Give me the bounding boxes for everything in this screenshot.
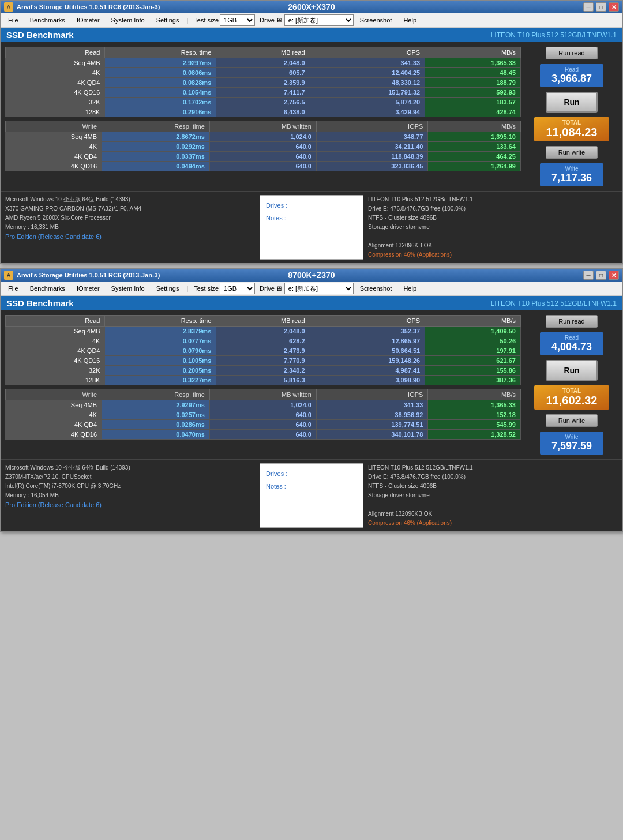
drives-label: Drives : xyxy=(266,199,357,212)
write-header-0: Write xyxy=(6,121,102,132)
menu-screenshot[interactable]: Screenshot xyxy=(355,15,397,25)
table-row: 4K QD4 0.0286ms 640.0 139,774.51 545.99 xyxy=(6,420,521,430)
info-system: Microsoft Windows 10 企业版 64位 Build (1439… xyxy=(5,195,255,260)
menu-iometer[interactable]: IOmeter xyxy=(72,15,105,25)
mbs-val: 464.25 xyxy=(428,152,521,162)
run-button[interactable]: Run xyxy=(546,92,598,112)
menu-benchmarks[interactable]: Benchmarks xyxy=(25,283,70,294)
table-row: 4K 0.0257ms 640.0 38,956.92 152.18 xyxy=(6,410,521,420)
row-label: 4K QD16 xyxy=(6,430,102,440)
read-header-3: IOPS xyxy=(310,47,425,58)
minimize-button[interactable]: ─ xyxy=(583,271,594,280)
resp-time: 2.9297ms xyxy=(102,400,210,410)
mb-val: 640.0 xyxy=(209,162,316,171)
read-score-value: 4,004.73 xyxy=(546,341,598,353)
write-header-4: MB/s xyxy=(428,121,521,132)
iops-val: 139,774.51 xyxy=(316,420,427,430)
maximize-button[interactable]: □ xyxy=(596,271,606,280)
resp-time: 0.3227ms xyxy=(105,376,216,385)
info-drives-notes: Drives : Notes : xyxy=(260,463,363,528)
ssd-title: SSD Benchmark xyxy=(6,298,74,308)
iops-val: 3,098.90 xyxy=(310,376,425,385)
read-score-box: Read 3,966.87 xyxy=(540,64,603,87)
menu-sysinfo[interactable]: System Info xyxy=(106,283,150,294)
total-label: TOTAL xyxy=(540,388,603,394)
menu-iometer[interactable]: IOmeter xyxy=(72,283,105,294)
read-header-1: Resp. time xyxy=(105,316,216,327)
run-button[interactable]: Run xyxy=(546,360,598,381)
menu-help[interactable]: Help xyxy=(398,15,422,25)
maximize-button[interactable]: □ xyxy=(596,2,606,12)
total-score-box: TOTAL 11,602.32 xyxy=(534,385,609,410)
iops-val: 38,956.92 xyxy=(316,410,427,420)
drive-info: LITEON T10 Plus 512 512GB/LTNFW1.1 xyxy=(491,31,617,39)
write-score-label: Write xyxy=(546,166,598,172)
iops-val: 50,664.51 xyxy=(310,346,425,356)
run-read-button[interactable]: Run read xyxy=(546,315,598,328)
mbs-val: 1,409.50 xyxy=(425,327,521,336)
minimize-button[interactable]: ─ xyxy=(583,2,594,12)
read-header-0: Read xyxy=(6,47,105,58)
drive-select[interactable]: e: [新加卷] xyxy=(284,14,354,26)
app-title: Anvil's Storage Utilities 1.0.51 RC6 (20… xyxy=(17,272,209,279)
mbs-val: 1,365.33 xyxy=(425,58,521,68)
write-header-3: IOPS xyxy=(316,121,427,132)
mbs-val: 183.57 xyxy=(425,97,521,107)
title-bar: A Anvil's Storage Utilities 1.0.51 RC6 (… xyxy=(1,269,622,282)
menu-screenshot[interactable]: Screenshot xyxy=(355,283,397,294)
run-write-button[interactable]: Run write xyxy=(546,146,598,159)
read-score-label: Read xyxy=(546,66,598,73)
run-read-button[interactable]: Run read xyxy=(546,47,598,59)
resp-time: 0.0494ms xyxy=(102,162,210,171)
table-row: 128K 0.2916ms 6,438.0 3,429.94 428.74 xyxy=(6,107,521,117)
menu-file[interactable]: File xyxy=(3,283,24,294)
test-size-select[interactable]: 1GB 512MB 256MB xyxy=(220,14,255,26)
row-label: 32K xyxy=(6,366,105,376)
mbs-val: 197.91 xyxy=(425,346,521,356)
iops-val: 341.33 xyxy=(316,400,427,410)
window-1: A Anvil's Storage Utilities 1.0.51 RC6 (… xyxy=(0,0,623,264)
drive-info: LITEON T10 Plus 512 512GB/LTNFW1.1 xyxy=(491,299,617,308)
resp-time: 0.0286ms xyxy=(102,420,210,430)
close-button[interactable]: ✕ xyxy=(609,271,619,280)
table-section: ReadResp. timeMB readIOPSMB/s Seq 4MB 2.… xyxy=(5,315,521,455)
table-row: Seq 4MB 2.9297ms 1,024.0 341.33 1,365.33 xyxy=(6,400,521,410)
close-button[interactable]: ✕ xyxy=(609,2,619,12)
mbs-val: 133.64 xyxy=(428,142,521,152)
iops-val: 5,874.20 xyxy=(310,97,425,107)
menu-benchmarks[interactable]: Benchmarks xyxy=(25,15,70,25)
table-row: 4K QD16 0.0494ms 640.0 323,836.45 1,264.… xyxy=(6,162,521,171)
table-row: 4K QD16 0.1054ms 7,411.7 151,791.32 592.… xyxy=(6,88,521,97)
mb-val: 2,048.0 xyxy=(216,327,310,336)
table-row: Seq 4MB 2.8379ms 2,048.0 352.37 1,409.50 xyxy=(6,327,521,336)
total-value: 11,084.23 xyxy=(540,126,603,139)
row-label: 4K QD16 xyxy=(6,162,102,171)
menu-help[interactable]: Help xyxy=(398,283,422,294)
menu-settings[interactable]: Settings xyxy=(151,283,185,294)
resp-time: 0.0790ms xyxy=(105,346,216,356)
write-header-4: MB/s xyxy=(428,389,521,400)
test-size-label: Test size xyxy=(194,17,219,24)
menu-file[interactable]: File xyxy=(3,15,24,25)
table-section: ReadResp. timeMB readIOPSMB/s Seq 4MB 2.… xyxy=(5,47,521,186)
table-row: 4K QD4 0.0790ms 2,473.9 50,664.51 197.91 xyxy=(6,346,521,356)
benchmark-area: ReadResp. timeMB readIOPSMB/s Seq 4MB 2.… xyxy=(1,310,622,459)
menu-sysinfo[interactable]: System Info xyxy=(106,15,150,25)
info-bar: Microsoft Windows 10 企业版 64位 Build (1439… xyxy=(1,459,622,531)
iops-val: 118,848.39 xyxy=(316,152,427,162)
mb-val: 7,770.9 xyxy=(216,356,310,366)
mb-val: 640.0 xyxy=(209,142,316,152)
app-title: Anvil's Storage Utilities 1.0.51 RC6 (20… xyxy=(17,3,209,10)
drives-label: Drives : xyxy=(266,467,357,480)
resp-time: 0.0806ms xyxy=(105,68,216,78)
window-2: A Anvil's Storage Utilities 1.0.51 RC6 (… xyxy=(0,268,623,532)
write-header-1: Resp. time xyxy=(102,121,210,132)
mbs-val: 621.67 xyxy=(425,356,521,366)
window-title: 8700K+Z370 xyxy=(209,271,414,280)
drive-select[interactable]: e: [新加卷] xyxy=(284,283,354,294)
mbs-val: 1,264.99 xyxy=(428,162,521,171)
run-write-button[interactable]: Run write xyxy=(546,414,598,427)
menu-settings[interactable]: Settings xyxy=(151,15,185,25)
mbs-val: 152.18 xyxy=(428,410,521,420)
test-size-select[interactable]: 1GB 512MB 256MB xyxy=(220,283,255,294)
